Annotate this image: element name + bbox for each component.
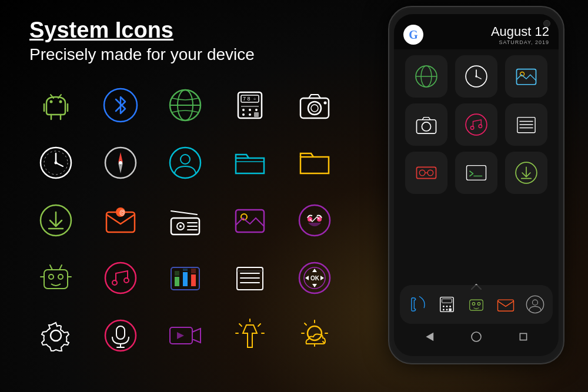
phone-bottom-nav	[394, 323, 559, 350]
icon-torch	[223, 312, 276, 359]
svg-text:÷: ÷	[253, 96, 256, 102]
svg-rect-67	[183, 272, 188, 286]
svg-point-25	[311, 105, 318, 112]
svg-marker-86	[192, 329, 201, 343]
svg-point-0	[50, 100, 53, 103]
date-display: August 12 SATURDAY, 2019	[491, 24, 549, 45]
svg-point-93	[308, 326, 322, 340]
date-main: August 12	[491, 24, 549, 39]
svg-line-98	[305, 323, 306, 325]
icon-radio	[159, 197, 212, 244]
icon-camera	[288, 82, 341, 129]
phone-top-bar: G August 12 SATURDAY, 2019	[394, 14, 559, 49]
svg-rect-68	[191, 274, 196, 286]
svg-point-112	[470, 126, 474, 130]
svg-rect-70	[183, 269, 188, 271]
phone-icon-terminal	[455, 152, 497, 194]
svg-point-128	[443, 306, 445, 307]
phone-icon-gallery	[505, 55, 547, 98]
phone-outer: G August 12 SATURDAY, 2019	[388, 6, 564, 364]
main-title: System Icons	[29, 18, 359, 43]
svg-point-119	[419, 170, 425, 176]
svg-point-57	[58, 274, 63, 279]
dock-phone	[403, 290, 432, 319]
icon-fdroid	[29, 254, 82, 301]
svg-text:7 8: 7 8	[243, 96, 250, 102]
icon-android	[29, 82, 82, 129]
phone-icon-list	[505, 103, 547, 146]
svg-point-36	[170, 148, 201, 178]
icon-video	[159, 312, 212, 359]
icon-globe	[159, 82, 212, 129]
svg-text:@: @	[119, 209, 125, 216]
dock-contacts	[520, 290, 550, 319]
svg-point-111	[466, 114, 487, 135]
svg-line-90	[258, 324, 260, 326]
icon-music	[94, 254, 147, 301]
icon-compass	[94, 139, 147, 186]
icon-folder	[288, 139, 341, 186]
subtitle: Precisely made for your device	[29, 45, 359, 64]
svg-rect-71	[191, 269, 196, 273]
svg-rect-122	[466, 166, 486, 180]
icon-grid: 7 8 ÷	[29, 82, 359, 365]
svg-point-139	[533, 300, 538, 305]
icon-bluetooth	[94, 82, 147, 129]
svg-point-18	[249, 109, 251, 111]
svg-line-61	[59, 265, 62, 270]
icon-list	[223, 254, 276, 301]
icon-equalizer	[159, 254, 212, 301]
phone-icon-clock	[455, 55, 497, 98]
svg-point-136	[477, 303, 480, 306]
svg-point-20	[242, 113, 245, 116]
svg-point-138	[526, 296, 543, 313]
svg-line-89	[239, 324, 242, 326]
phone-dock	[400, 285, 553, 324]
svg-point-120	[427, 170, 433, 176]
svg-rect-142	[520, 333, 526, 340]
date-sub: SATURDAY, 2019	[491, 39, 549, 45]
phone-icon-music	[455, 103, 497, 146]
phone-mockup: G August 12 SATURDAY, 2019	[376, 6, 576, 388]
icon-mask	[288, 197, 341, 244]
nav-recents	[514, 328, 532, 346]
title-section: System Icons Precisely made for your dev…	[29, 18, 359, 64]
svg-point-37	[181, 155, 190, 164]
phone-screen: G August 12 SATURDAY, 2019	[394, 14, 559, 356]
dock-calculator	[432, 290, 462, 319]
icon-ok-nav: OK	[288, 254, 341, 301]
svg-point-35	[119, 161, 122, 165]
phone-icon-camera	[405, 103, 447, 146]
phone-icons	[401, 55, 552, 200]
svg-rect-137	[498, 300, 514, 311]
phone-icon-row-1	[401, 55, 552, 98]
icon-calculator: 7 8 ÷	[223, 82, 276, 129]
svg-point-131	[443, 309, 445, 311]
phone-icon-row-2	[401, 103, 552, 146]
svg-point-19	[255, 109, 258, 111]
svg-rect-127	[442, 299, 452, 303]
svg-point-113	[479, 125, 482, 128]
svg-point-106	[475, 75, 477, 77]
svg-line-44	[171, 211, 197, 215]
svg-rect-69	[175, 271, 179, 276]
google-logo: G	[403, 25, 423, 45]
svg-point-24	[308, 102, 321, 115]
svg-point-135	[472, 303, 475, 306]
dock-fdroid	[462, 290, 491, 319]
icon-gallery	[223, 197, 276, 244]
icon-mail: @	[94, 197, 147, 244]
svg-point-21	[249, 113, 251, 116]
svg-rect-22	[254, 112, 259, 117]
svg-point-132	[446, 309, 448, 311]
svg-point-63	[112, 280, 117, 285]
svg-rect-133	[449, 309, 452, 311]
icon-download	[29, 197, 82, 244]
nav-home	[467, 328, 485, 346]
phone-camera	[543, 20, 550, 27]
icon-mic	[94, 312, 147, 359]
svg-point-52	[299, 205, 330, 236]
svg-marker-140	[426, 333, 433, 341]
svg-point-64	[124, 278, 129, 283]
svg-point-62	[105, 263, 136, 293]
